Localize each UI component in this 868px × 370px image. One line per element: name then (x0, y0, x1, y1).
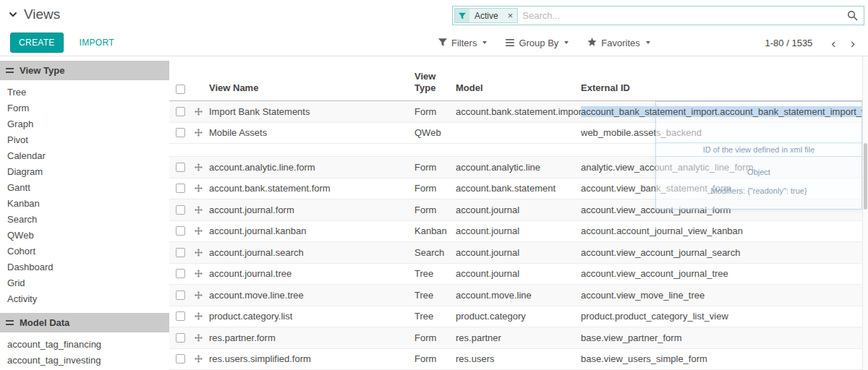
content: View TypeTreeFormGraphPivotCalendarDiagr… (0, 56, 868, 370)
table-row[interactable]: account.move.line.treeTreeaccount.move.l… (169, 285, 868, 306)
row-checkbox[interactable] (176, 333, 185, 343)
cell-external-id: account.view_bank_statement_form (581, 183, 868, 194)
row-checkbox[interactable] (176, 269, 185, 278)
table-row[interactable]: res.users.simplified.formFormres.usersba… (169, 349, 868, 370)
vertical-scrollbar[interactable] (862, 56, 868, 370)
toolbar-row: CREATE IMPORT Filters Group By Favorites (0, 29, 868, 56)
search-input[interactable] (518, 10, 841, 21)
drag-handle-icon[interactable] (195, 184, 209, 192)
filter-item-form[interactable]: Form (0, 100, 169, 116)
cell-model: account.move.line (456, 290, 581, 301)
star-icon (587, 38, 597, 48)
pager-next-button[interactable]: › (843, 36, 862, 50)
filter-item-activity[interactable]: Activity (0, 291, 169, 307)
filter-item-tree[interactable]: Tree (0, 85, 169, 100)
drag-handle-icon[interactable] (195, 270, 209, 278)
cell-external-id: account.view_account_journal_form (581, 205, 868, 215)
row-checkbox[interactable] (176, 248, 185, 257)
table-row[interactable]: account.journal.kanbanKanbanaccount.jour… (169, 221, 868, 243)
drag-handle-icon[interactable] (195, 291, 209, 299)
section-grip-icon (6, 320, 14, 325)
cell-view-name: product.category.list (209, 311, 414, 322)
table-row[interactable]: account.journal.formFormaccount.journala… (169, 199, 868, 221)
search-panel: View TypeTreeFormGraphPivotCalendarDiagr… (0, 56, 169, 370)
drag-handle-icon[interactable] (195, 227, 209, 235)
row-checkbox[interactable] (176, 184, 185, 193)
filter-item-grid[interactable]: Grid (0, 275, 169, 291)
filter-item-pivot[interactable]: Pivot (0, 132, 169, 148)
filter-item-dashboard[interactable]: Dashboard (0, 259, 169, 275)
pager-range: 1-80 / 1535 (765, 38, 813, 48)
filter-item-calendar[interactable]: Calendar (0, 148, 169, 164)
drag-handle-icon[interactable] (195, 163, 209, 171)
facet-remove-icon[interactable]: × (503, 9, 518, 22)
cell-view-type: Search (414, 247, 456, 258)
drag-handle-icon[interactable] (195, 108, 209, 116)
cell-external-id: base.view_users_simple_form (581, 353, 868, 364)
drag-handle-icon[interactable] (195, 129, 209, 137)
filter-item-graph[interactable]: Graph (0, 116, 169, 132)
table-row[interactable]: res.partner.formFormres.partnerbase.view… (169, 327, 868, 349)
section-title: Model Data (20, 317, 69, 328)
search-options: Filters Group By Favorites (438, 29, 650, 56)
table-row[interactable]: account.journal.treeTreeaccount.journala… (169, 264, 868, 285)
filter-item-diagram[interactable]: Diagram (0, 164, 169, 180)
select-all-checkbox[interactable] (176, 85, 185, 94)
column-header-view-type[interactable]: View Type (414, 71, 456, 94)
table-row[interactable]: account.bank.statement.formFormaccount.b… (169, 178, 868, 200)
drag-handle-icon[interactable] (195, 206, 209, 214)
pager-previous-button[interactable]: ‹ (824, 36, 843, 50)
breadcrumb-row: Views Active × (0, 0, 868, 29)
filter-item-search[interactable]: Search (0, 212, 169, 228)
row-checkbox[interactable] (176, 311, 185, 321)
table-row[interactable]: account.journal.searchSearchaccount.jour… (169, 242, 868, 264)
filter-item-gantt[interactable]: Gantt (0, 180, 169, 196)
chevron-down-icon[interactable] (9, 12, 17, 17)
row-checkbox[interactable] (176, 163, 185, 172)
cell-view-name: res.users.simplified.form (209, 353, 414, 364)
filter-item-cohort[interactable]: Cohort (0, 244, 169, 259)
table-row[interactable]: product.category.listTreeproduct.categor… (169, 306, 868, 328)
drag-handle-icon[interactable] (195, 249, 209, 257)
table-row (169, 144, 868, 157)
row-checkbox[interactable] (176, 107, 185, 116)
column-header-view-name[interactable]: View Name (209, 82, 414, 94)
filter-item-account-tag-investing[interactable]: account_tag_investing (0, 353, 169, 369)
cell-view-name: Mobile Assets (209, 127, 414, 138)
favorites-label: Favorites (601, 38, 639, 48)
row-checkbox[interactable] (176, 226, 185, 236)
drag-handle-icon[interactable] (195, 355, 209, 363)
row-checkbox[interactable] (176, 291, 185, 300)
cell-external-id: base.view_partner_form (581, 332, 868, 343)
search-icon[interactable] (841, 10, 864, 21)
cell-view-type: QWeb (414, 127, 456, 138)
filter-item-account-tag-financing[interactable]: account_tag_financing (0, 337, 169, 353)
filters-button[interactable]: Filters (438, 38, 487, 48)
scrollbar-thumb[interactable] (864, 143, 867, 210)
cell-model: account.journal (456, 225, 581, 236)
filter-item-kanban[interactable]: Kanban (0, 196, 169, 212)
create-button[interactable]: CREATE (10, 33, 64, 53)
cell-external-id: web_mobile.assets_backend (581, 127, 868, 138)
row-checkbox[interactable] (176, 354, 185, 363)
selected-text: account_bank_statement_import.account_ba… (581, 106, 868, 117)
favorites-button[interactable]: Favorites (587, 38, 650, 48)
cell-view-type: Form (414, 353, 456, 364)
drag-handle-icon[interactable] (195, 334, 209, 342)
group-by-button[interactable]: Group By (506, 38, 569, 48)
column-header-model[interactable]: Model (456, 82, 581, 94)
cell-model: account.analytic.line (456, 162, 581, 173)
filters-label: Filters (451, 38, 477, 48)
cell-view-type: Form (414, 106, 456, 117)
views-app: Views Active × CREATE IMPORT (0, 0, 868, 370)
row-checkbox[interactable] (176, 205, 185, 215)
import-button[interactable]: IMPORT (75, 37, 119, 48)
table-row[interactable]: Import Bank StatementsFormaccount.bank.s… (169, 101, 868, 123)
row-checkbox[interactable] (176, 128, 185, 137)
drag-handle-icon[interactable] (195, 312, 209, 320)
cell-view-type: Form (414, 183, 456, 194)
column-header-external-id[interactable]: External ID (581, 82, 868, 94)
filter-item-qweb[interactable]: QWeb (0, 228, 169, 244)
table-row[interactable]: Mobile AssetsQWebweb_mobile.assets_backe… (169, 123, 868, 145)
table-row[interactable]: account.analytic.line.formFormaccount.an… (169, 157, 868, 178)
